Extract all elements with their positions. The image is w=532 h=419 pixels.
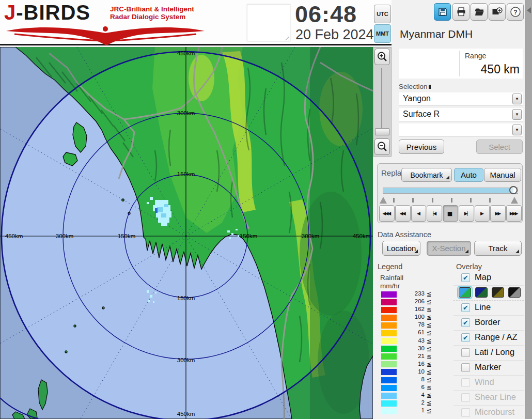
svg-text:150km: 150km [118,233,136,239]
checkbox[interactable]: ✔ [461,333,470,342]
checkbox [461,408,470,417]
checkbox [461,378,470,387]
select-button: Select [476,139,523,154]
utc-button[interactable]: UTC [374,5,391,23]
checkbox [461,393,470,402]
legend-swatch [381,307,397,313]
jbirds-window: J-BIRDS JRC-Brilliant & Intelligent Rada… [0,0,532,419]
mmt-button[interactable]: MMT [374,24,391,43]
rewind-triple-button[interactable]: ◀◀◀ [379,205,395,222]
slider-fill [383,188,513,193]
previous-button[interactable]: Previous [399,139,444,154]
checkbox[interactable]: ✔ [461,318,470,327]
overlay-item-label: Border [475,317,500,327]
last-frame-button[interactable]: ▶| [459,205,474,222]
range-label: Range [465,52,486,60]
bookmark-button[interactable]: Bookmark [401,168,452,182]
location-button[interactable]: Location [382,241,420,256]
overlay-panel: ✔Map✔Line✔Border✔Range / AZLati / LongMa… [453,271,524,419]
legend-value: 61 [399,329,425,335]
forward-double-button[interactable]: ▶▶ [490,205,506,222]
replay-panel: Replay Bookmark Auto Manual ◀◀◀◀◀◀|◀■▶|▶… [377,163,523,223]
map-style-1[interactable] [459,287,471,298]
print-button[interactable] [452,3,470,21]
svg-text:300km: 300km [56,233,74,239]
overlay-item-range-az[interactable]: ✔Range / AZ [453,331,524,346]
zoom-in-button[interactable] [374,49,390,65]
chevron-down-icon[interactable]: ▼ [512,109,522,120]
overlay-item-border[interactable]: ✔Border [453,316,524,331]
legend-value: 21 [399,353,425,359]
legend-swatch [381,361,397,367]
resize-grip[interactable] [284,35,289,40]
map-style-3[interactable] [492,287,504,298]
map-style-swatches [453,286,524,301]
slider-start-marker[interactable] [380,197,387,204]
overlay-item-map[interactable]: ✔Map [453,271,524,286]
dropdown-product[interactable]: Surface R ▼ [399,108,523,121]
radar-map[interactable]: 450km300km150km150km300km450km450km300km… [0,47,373,419]
header: J-BIRDS JRC-Brilliant & Intelligent Rada… [0,0,392,45]
legend-comparator: ≦ [427,337,432,345]
legend-comparator: ≦ [427,345,432,352]
legend-title: Rainfall [380,274,452,282]
x-section-button[interactable]: X-Section [427,241,471,256]
overlay-item-marker[interactable]: Marker [453,361,524,376]
slider-handle[interactable] [509,186,518,194]
help-button[interactable]: ? [507,3,524,21]
legend-swatch [381,408,397,414]
legend-swatch [381,369,397,375]
save-icon [437,7,448,17]
legend-value: 100 [399,314,425,320]
svg-text:450km: 450km [177,50,195,56]
print-icon [456,7,466,17]
legend-label: Legend [378,262,402,271]
legend-row: 8≦ [380,376,452,384]
map-style-2[interactable] [475,287,488,298]
auto-button[interactable]: Auto [454,168,483,182]
checkbox[interactable] [461,348,470,357]
checkbox[interactable] [461,363,470,372]
zoom-slider-handle[interactable] [375,128,389,135]
open-file-button[interactable] [471,3,488,21]
legend-swatch [381,322,397,329]
legend-value: 4 [399,392,425,398]
legend-value: 10 [399,368,425,375]
legend-value: 206 [399,298,425,304]
panel-splitter[interactable] [525,0,532,419]
track-button[interactable]: Track [474,241,522,256]
legend-swatch [381,330,397,336]
legend-value: 78 [399,321,425,328]
legend-row: 1≦ [380,407,452,415]
chevron-down-icon[interactable]: ▼ [512,94,522,104]
overlay-item-lati-long[interactable]: Lati / Long [453,346,524,361]
forward-triple-button[interactable]: ▶▶▶ [506,205,522,222]
legend-comparator: ≦ [427,314,432,321]
rewind-double-button[interactable]: ◀◀ [395,205,411,222]
dropdown-site[interactable]: Yangon ▼ [399,92,523,106]
map-style-4[interactable] [508,287,521,298]
checkbox[interactable]: ✔ [461,273,470,282]
overlay-item-line[interactable]: ✔Line [453,301,524,316]
play-button[interactable]: ▶ [475,205,490,222]
zoom-slider-track[interactable] [381,68,382,132]
overlay-item-label: Line [475,302,491,312]
eagle-logo-icon [4,25,207,45]
collapse-arrow-icon[interactable] [527,7,531,13]
checkbox[interactable]: ✔ [461,303,470,312]
step-back-button[interactable]: ◀ [411,205,427,222]
capture-button[interactable] [489,3,506,21]
chevron-down-icon[interactable]: ▼ [512,125,522,135]
stop-button[interactable]: ■ [443,205,458,222]
save-button[interactable] [434,3,451,21]
replay-slider[interactable] [383,188,518,194]
slider-end-marker[interactable] [511,197,518,204]
legend-row: 78≦ [380,321,452,329]
dropdown-empty[interactable]: ▼ [399,123,523,137]
zoom-out-button[interactable] [374,138,390,155]
manual-button[interactable]: Manual [484,168,521,182]
first-frame-button[interactable]: |◀ [427,205,442,222]
legend-comparator: ≦ [427,306,432,313]
brand-tagline: JRC-Brilliant & Intelligent Radar Dialog… [110,5,194,21]
legend-panel: Rainfall mm/hr 233≦206≦162≦100≦78≦61≦43≦… [380,274,452,415]
